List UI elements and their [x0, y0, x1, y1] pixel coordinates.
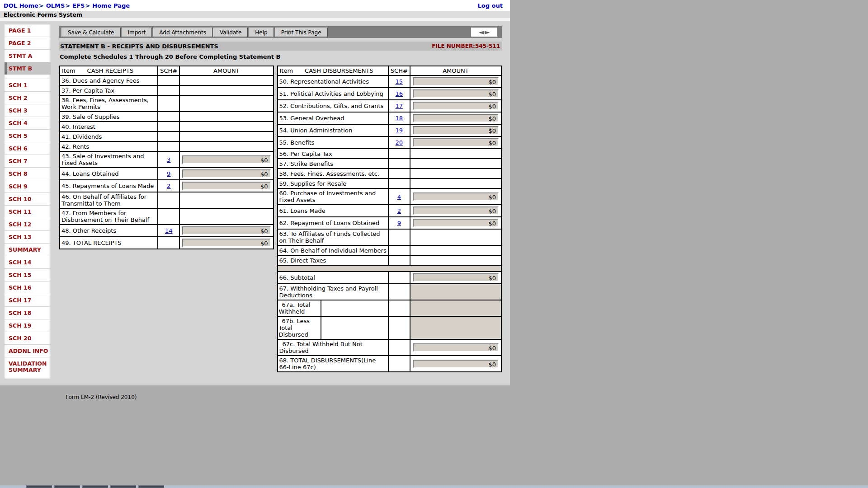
amount-input[interactable] [179, 122, 273, 131]
import-button[interactable]: Import [122, 28, 152, 37]
nav-back-arrow-icon[interactable]: ◄ [478, 28, 484, 36]
taskbar-button[interactable] [26, 485, 52, 488]
sidebar-item-sch-8[interactable]: SCH 8 [5, 167, 51, 180]
breadcrumb-link[interactable]: EFS [72, 2, 85, 9]
sidebar-item-sch-6[interactable]: SCH 6 [5, 142, 51, 155]
sch-link[interactable]: 9 [397, 220, 401, 226]
amount-input[interactable] [179, 192, 273, 208]
taskbar-button[interactable] [54, 485, 80, 488]
print-this-page-button[interactable]: Print This Page [275, 28, 328, 37]
sidebar-item-validation-summary[interactable]: VALIDATION SUMMARY [5, 357, 51, 376]
sch-link[interactable]: 3 [167, 156, 170, 163]
sidebar-item-sch-1[interactable]: SCH 1 [5, 79, 51, 91]
amount-readonly: $0 [182, 182, 270, 190]
sch-link[interactable]: 15 [396, 78, 403, 85]
sch-link[interactable]: 2 [167, 183, 170, 189]
amount-input[interactable] [179, 95, 273, 112]
sidebar-item-sch-17[interactable]: SCH 17 [5, 294, 51, 306]
sidebar-item-sch-15[interactable]: SCH 15 [5, 268, 51, 281]
sch-link[interactable]: 9 [167, 170, 170, 177]
sch-link[interactable]: 17 [396, 103, 403, 109]
amount-input[interactable] [179, 131, 273, 141]
help-button[interactable]: Help [249, 28, 274, 37]
amount-input[interactable] [410, 169, 501, 178]
sidebar-item-sch-19[interactable]: SCH 19 [5, 319, 51, 332]
amount-cell: $0 [410, 339, 501, 356]
header-item-label: Item [62, 67, 75, 74]
table-header-row: ItemCASH DISBURSEMENTS SCH# AMOUNT [278, 66, 501, 75]
sub-amount-input[interactable] [321, 317, 388, 339]
table-row: 53. General Overhead18$0 [278, 112, 501, 124]
sidebar-item-page-1[interactable]: PAGE 1 [5, 24, 51, 37]
sch-cell [158, 208, 179, 225]
amount-input[interactable] [179, 112, 273, 122]
table-row: 65. Direct Taxes [278, 255, 501, 265]
sch-link[interactable]: 19 [396, 127, 403, 134]
sidebar-item-sch-2[interactable]: SCH 2 [5, 91, 51, 104]
validate-button[interactable]: Validate [213, 28, 248, 37]
sidebar-item-sch-5[interactable]: SCH 5 [5, 129, 51, 142]
sidebar-item-sch-13[interactable]: SCH 13 [5, 230, 51, 243]
breadcrumb-link[interactable]: OLMS [46, 2, 65, 9]
sch-link[interactable]: 2 [397, 207, 401, 214]
sidebar-item-addnl-info[interactable]: ADDNL INFO [5, 344, 51, 357]
row-label: 64. On Behalf of Individual Members [278, 245, 388, 255]
amount-input[interactable] [410, 245, 501, 255]
breadcrumb-link[interactable]: DOL Home [4, 2, 38, 9]
row-label: 38. Fees, Fines, Assessments, Work Permi… [60, 95, 158, 112]
sch-link[interactable]: 4 [397, 193, 401, 200]
logout-link[interactable]: Log out [478, 2, 503, 9]
header-amount: AMOUNT [410, 66, 501, 75]
amount-readonly: $0 [413, 360, 499, 368]
breadcrumb-link[interactable]: Home Page [92, 2, 130, 9]
sidebar-item-sch-12[interactable]: SCH 12 [5, 218, 51, 230]
amount-input[interactable] [410, 229, 501, 245]
amount-input[interactable] [410, 178, 501, 188]
amount-input[interactable] [179, 141, 273, 151]
sub-amount-input[interactable] [321, 300, 388, 316]
amount-cell: $0 [179, 237, 273, 249]
sidebar-item-sch-16[interactable]: SCH 16 [5, 281, 51, 294]
sidebar-item-stmt-a[interactable]: STMT A [5, 49, 51, 62]
sidebar-item-sch-9[interactable]: SCH 9 [5, 180, 51, 192]
taskbar-button[interactable] [82, 485, 108, 488]
sidebar-item-sch-4[interactable]: SCH 4 [5, 117, 51, 129]
row-label: 49. TOTAL RECEIPTS [60, 237, 158, 249]
sidebar-item-sch-11[interactable]: SCH 11 [5, 205, 51, 218]
sch-link[interactable]: 20 [396, 139, 403, 146]
table-row: 46. On Behalf of Affiliates for Transmit… [60, 192, 274, 208]
amount-cell-gray [410, 316, 501, 339]
nav-forward-arrow-icon[interactable]: ► [485, 28, 490, 36]
amount-readonly: $0 [413, 77, 499, 86]
sch-cell [158, 112, 179, 122]
amount-input[interactable] [179, 75, 273, 85]
sidebar-item-page-2[interactable]: PAGE 2 [5, 37, 51, 49]
amount-input[interactable] [179, 208, 273, 225]
sch-cell [158, 192, 179, 208]
sidebar-item-sch-20[interactable]: SCH 20 [5, 332, 51, 344]
sidebar-item-sch-10[interactable]: SCH 10 [5, 192, 51, 205]
sidebar-item-stmt-b[interactable]: STMT B [5, 62, 51, 75]
sch-cell: 16 [388, 88, 410, 100]
sidebar-item-sch-14[interactable]: SCH 14 [5, 256, 51, 268]
add-attachments-button[interactable]: Add Attachments [153, 28, 212, 37]
taskbar-button[interactable] [138, 485, 164, 488]
save-calculate-button[interactable]: Save & Calculate [61, 28, 121, 37]
sch-link[interactable]: 18 [396, 115, 403, 122]
amount-input[interactable] [410, 149, 501, 159]
sch-link[interactable]: 14 [165, 227, 173, 234]
header-item-label: Item [280, 67, 293, 74]
taskbar-button[interactable] [110, 485, 136, 488]
sidebar-item-sch-7[interactable]: SCH 7 [5, 155, 51, 167]
amount-cell: $0 [410, 88, 501, 100]
amount-input[interactable] [410, 159, 501, 169]
sch-link[interactable]: 16 [396, 90, 403, 97]
sidebar-item-sch-18[interactable]: SCH 18 [5, 306, 51, 319]
amount-input[interactable] [179, 85, 273, 95]
table-row: 39. Sale of Supplies [60, 112, 274, 122]
sidebar-item-sch-3[interactable]: SCH 3 [5, 104, 51, 117]
amount-input[interactable] [410, 255, 501, 265]
sch-cell [158, 85, 179, 95]
row-label: 67. Withholding Taxes and Payroll Deduct… [278, 284, 388, 300]
sidebar-item-summary[interactable]: SUMMARY [5, 243, 51, 256]
